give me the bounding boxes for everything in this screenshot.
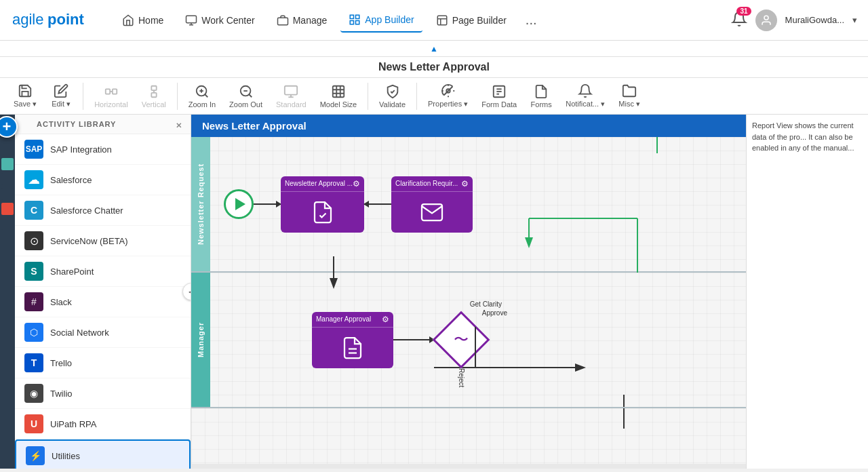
- activity-item-utilities[interactable]: ⚡ Utilities: [15, 439, 191, 469]
- sidebar-icon-2[interactable]: [1, 173, 14, 185]
- activity-item-salesforce-chatter[interactable]: C Salesforce Chatter: [15, 195, 191, 226]
- toolbar-vertical[interactable]: Vertical: [136, 81, 172, 111]
- svg-rect-14: [106, 89, 110, 94]
- activity-item-sharepoint[interactable]: S SharePoint: [15, 256, 191, 287]
- sidebar-icon-3[interactable]: [1, 188, 14, 200]
- nav-more-button[interactable]: ...: [520, 9, 542, 31]
- toolbar-separator-1: [83, 83, 83, 110]
- activity-library-panel: ACTIVITY LIBRARY ✕ SAP SAP Integration ☁…: [15, 115, 191, 469]
- user-name[interactable]: MuraliGowda...: [785, 15, 844, 25]
- user-dropdown-icon[interactable]: ▾: [852, 15, 857, 25]
- swimlane-newsletter: Newsletter Request Newsletter Approval: [191, 137, 746, 273]
- nav-work-center[interactable]: Work Center: [177, 9, 262, 32]
- swimlane-manager-content: Manager Approval ⚙: [210, 273, 746, 407]
- chevron-up-icon: ▲: [430, 44, 438, 54]
- activity-item-social-network[interactable]: ⬡ Social Network: [15, 317, 191, 348]
- svg-rect-10: [437, 16, 447, 25]
- sap-icon: SAP: [24, 140, 43, 159]
- main-layout: + ACTIVITY LIBRARY ✕ SAP SAP Integration…: [0, 115, 868, 469]
- nav-manage[interactable]: Manage: [269, 9, 336, 32]
- activity-library-header: ACTIVITY LIBRARY ✕: [15, 115, 191, 134]
- node-manager-approval[interactable]: Manager Approval ⚙: [312, 312, 393, 368]
- svg-line-25: [249, 94, 252, 97]
- canvas-content[interactable]: Newsletter Request Newsletter Approval: [191, 137, 746, 464]
- toolbar-separator-3: [368, 83, 368, 110]
- svg-rect-9: [356, 20, 359, 24]
- toolbar-separator-4: [416, 83, 417, 110]
- top-navigation: agile point Home Work Center Manage App …: [0, 0, 868, 41]
- arrow-to-diamond: [393, 339, 434, 340]
- activity-item-slack[interactable]: # Slack: [15, 287, 191, 317]
- hint-text: Report View shows the current data of th…: [752, 120, 863, 154]
- node-manager-gear[interactable]: ⚙: [382, 315, 389, 324]
- nav-items: Home Work Center Manage App Builder Page…: [114, 8, 731, 33]
- arrow-back: [364, 203, 391, 205]
- servicenow-icon: ⊙: [24, 231, 43, 250]
- slack-icon: #: [24, 292, 43, 311]
- logo[interactable]: agile point: [11, 7, 92, 33]
- svg-rect-2: [186, 16, 197, 23]
- node-clarification-header: Clarification Requir... ⚙: [391, 176, 473, 192]
- activity-item-twilio[interactable]: ◉ Twilio: [15, 378, 191, 409]
- activity-item-uipath[interactable]: U UiPath RPA: [15, 409, 191, 439]
- notification-button[interactable]: 31: [731, 11, 747, 29]
- toolbar-validate[interactable]: Validate: [374, 81, 411, 111]
- activity-item-servicenow[interactable]: ⊙ ServiceNow (BETA): [15, 226, 191, 256]
- node-clarification[interactable]: Clarification Requir... ⚙: [391, 176, 473, 233]
- node-clarification-gear[interactable]: ⚙: [461, 179, 469, 189]
- diamond-label-reject: Reject: [458, 368, 465, 387]
- toolbar-zoom-in[interactable]: Zoom In: [183, 81, 221, 111]
- diamond-icon: 〜: [454, 330, 469, 350]
- node-newsletter-gear[interactable]: ⚙: [353, 179, 360, 189]
- nav-right: 31 MuraliGowda... ▾: [731, 9, 857, 31]
- nav-page-builder[interactable]: Page Builder: [428, 9, 515, 32]
- nav-home[interactable]: Home: [114, 9, 172, 32]
- svg-line-21: [205, 94, 208, 97]
- node-newsletter-body: [281, 192, 364, 233]
- toolbar-forms[interactable]: Forms: [525, 81, 557, 111]
- svg-rect-18: [151, 92, 156, 96]
- toolbar-horizontal[interactable]: Horizontal: [89, 81, 134, 111]
- twilio-icon: ◉: [24, 384, 43, 403]
- toolbar-notifications[interactable]: Notificat... ▾: [560, 81, 610, 111]
- toolbar-save[interactable]: Save ▾: [8, 81, 42, 111]
- activity-item-salesforce[interactable]: ☁ Salesforce: [15, 165, 191, 195]
- sidebar-icon-4[interactable]: [1, 203, 14, 215]
- activity-list: SAP SAP Integration ☁ Salesforce C Sales…: [15, 134, 191, 469]
- arrow-1: [254, 203, 281, 205]
- start-node[interactable]: [224, 189, 254, 219]
- activity-panel-close[interactable]: ✕: [176, 121, 182, 130]
- play-icon: [235, 198, 245, 210]
- sidebar-icon-5[interactable]: [1, 218, 14, 230]
- node-newsletter-approval[interactable]: Newsletter Approval ... ⚙: [281, 176, 364, 233]
- uipath-icon: U: [24, 414, 43, 433]
- nav-app-builder[interactable]: App Builder: [340, 8, 422, 33]
- toolbar-edit[interactable]: Edit ▾: [45, 81, 77, 111]
- toolbar-properties[interactable]: Properties ▾: [422, 81, 473, 111]
- activity-item-trello[interactable]: T Trello: [15, 348, 191, 378]
- right-info-panel: Report View shows the current data of th…: [746, 115, 868, 469]
- diamond-node[interactable]: 〜: [433, 311, 490, 369]
- chevron-collapse-bar[interactable]: ▲: [0, 41, 868, 57]
- svg-rect-6: [351, 15, 354, 18]
- canvas-header: News Letter Approval: [191, 115, 746, 137]
- swimlane-newsletter-content: Newsletter Approval ... ⚙: [210, 137, 746, 271]
- activity-item-sap[interactable]: SAP SAP Integration: [15, 134, 191, 165]
- svg-point-13: [764, 16, 768, 20]
- arrowhead-back: [363, 201, 369, 208]
- toolbar-misc[interactable]: Misc ▾: [613, 81, 646, 111]
- svg-rect-27: [285, 85, 297, 94]
- utilities-icon: ⚡: [26, 446, 45, 465]
- svg-rect-15: [113, 89, 117, 94]
- toolbar-zoom-out[interactable]: Zoom Out: [224, 81, 268, 111]
- toolbar-model-size[interactable]: Model Size: [315, 81, 362, 111]
- toolbar-standard[interactable]: Standard: [271, 81, 312, 111]
- svg-rect-8: [351, 20, 354, 24]
- sidebar-icon-1[interactable]: [1, 158, 14, 170]
- sidebar-plus-wrapper: +: [0, 117, 15, 142]
- toolbar-form-data[interactable]: Form Data: [476, 81, 522, 111]
- svg-text:agile: agile: [12, 11, 43, 28]
- svg-rect-30: [333, 85, 344, 97]
- canvas-area[interactable]: News Letter Approval Newsletter Request: [191, 115, 746, 469]
- diamond-label-get-clarity: Get Clarity: [470, 300, 502, 308]
